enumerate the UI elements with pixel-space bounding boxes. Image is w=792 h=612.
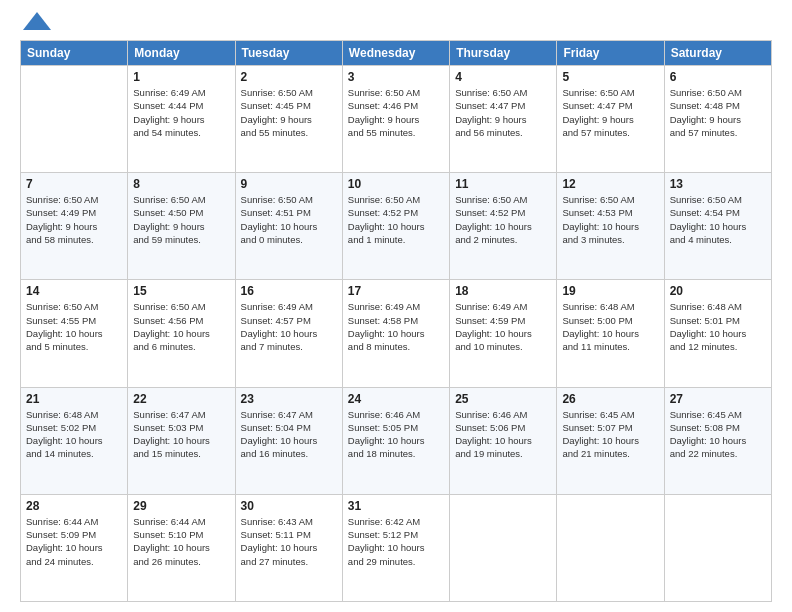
calendar-cell: 9Sunrise: 6:50 AM Sunset: 4:51 PM Daylig… <box>235 173 342 280</box>
cell-info-text: Sunrise: 6:50 AM Sunset: 4:56 PM Dayligh… <box>133 300 229 353</box>
cell-day-number: 4 <box>455 70 551 84</box>
calendar-cell: 30Sunrise: 6:43 AM Sunset: 5:11 PM Dayli… <box>235 494 342 601</box>
cell-day-number: 27 <box>670 392 766 406</box>
cell-day-number: 19 <box>562 284 658 298</box>
calendar-cell: 29Sunrise: 6:44 AM Sunset: 5:10 PM Dayli… <box>128 494 235 601</box>
cell-day-number: 3 <box>348 70 444 84</box>
calendar-cell: 16Sunrise: 6:49 AM Sunset: 4:57 PM Dayli… <box>235 280 342 387</box>
header <box>20 16 772 30</box>
logo-icon <box>23 12 51 30</box>
cell-info-text: Sunrise: 6:44 AM Sunset: 5:09 PM Dayligh… <box>26 515 122 568</box>
calendar-week-row: 7Sunrise: 6:50 AM Sunset: 4:49 PM Daylig… <box>21 173 772 280</box>
cell-info-text: Sunrise: 6:50 AM Sunset: 4:48 PM Dayligh… <box>670 86 766 139</box>
calendar-cell: 10Sunrise: 6:50 AM Sunset: 4:52 PM Dayli… <box>342 173 449 280</box>
cell-info-text: Sunrise: 6:50 AM Sunset: 4:47 PM Dayligh… <box>562 86 658 139</box>
cell-day-number: 2 <box>241 70 337 84</box>
calendar-cell: 3Sunrise: 6:50 AM Sunset: 4:46 PM Daylig… <box>342 66 449 173</box>
calendar-cell: 22Sunrise: 6:47 AM Sunset: 5:03 PM Dayli… <box>128 387 235 494</box>
cell-day-number: 28 <box>26 499 122 513</box>
cell-info-text: Sunrise: 6:50 AM Sunset: 4:51 PM Dayligh… <box>241 193 337 246</box>
cell-day-number: 20 <box>670 284 766 298</box>
calendar-cell: 1Sunrise: 6:49 AM Sunset: 4:44 PM Daylig… <box>128 66 235 173</box>
cell-info-text: Sunrise: 6:47 AM Sunset: 5:04 PM Dayligh… <box>241 408 337 461</box>
calendar-cell: 2Sunrise: 6:50 AM Sunset: 4:45 PM Daylig… <box>235 66 342 173</box>
cell-info-text: Sunrise: 6:50 AM Sunset: 4:46 PM Dayligh… <box>348 86 444 139</box>
calendar-cell: 19Sunrise: 6:48 AM Sunset: 5:00 PM Dayli… <box>557 280 664 387</box>
cell-day-number: 11 <box>455 177 551 191</box>
calendar-cell: 28Sunrise: 6:44 AM Sunset: 5:09 PM Dayli… <box>21 494 128 601</box>
calendar-table: SundayMondayTuesdayWednesdayThursdayFrid… <box>20 40 772 602</box>
calendar-cell: 27Sunrise: 6:45 AM Sunset: 5:08 PM Dayli… <box>664 387 771 494</box>
weekday-header-wednesday: Wednesday <box>342 41 449 66</box>
cell-info-text: Sunrise: 6:49 AM Sunset: 4:57 PM Dayligh… <box>241 300 337 353</box>
cell-info-text: Sunrise: 6:43 AM Sunset: 5:11 PM Dayligh… <box>241 515 337 568</box>
calendar-cell: 4Sunrise: 6:50 AM Sunset: 4:47 PM Daylig… <box>450 66 557 173</box>
calendar-week-row: 21Sunrise: 6:48 AM Sunset: 5:02 PM Dayli… <box>21 387 772 494</box>
calendar-cell: 14Sunrise: 6:50 AM Sunset: 4:55 PM Dayli… <box>21 280 128 387</box>
calendar-cell: 18Sunrise: 6:49 AM Sunset: 4:59 PM Dayli… <box>450 280 557 387</box>
weekday-header-tuesday: Tuesday <box>235 41 342 66</box>
calendar-cell: 25Sunrise: 6:46 AM Sunset: 5:06 PM Dayli… <box>450 387 557 494</box>
cell-day-number: 13 <box>670 177 766 191</box>
calendar-cell: 11Sunrise: 6:50 AM Sunset: 4:52 PM Dayli… <box>450 173 557 280</box>
cell-day-number: 21 <box>26 392 122 406</box>
cell-info-text: Sunrise: 6:45 AM Sunset: 5:07 PM Dayligh… <box>562 408 658 461</box>
cell-day-number: 18 <box>455 284 551 298</box>
cell-day-number: 14 <box>26 284 122 298</box>
calendar-cell: 12Sunrise: 6:50 AM Sunset: 4:53 PM Dayli… <box>557 173 664 280</box>
weekday-header-friday: Friday <box>557 41 664 66</box>
cell-info-text: Sunrise: 6:46 AM Sunset: 5:05 PM Dayligh… <box>348 408 444 461</box>
cell-day-number: 25 <box>455 392 551 406</box>
cell-day-number: 12 <box>562 177 658 191</box>
calendar-cell <box>450 494 557 601</box>
cell-info-text: Sunrise: 6:48 AM Sunset: 5:02 PM Dayligh… <box>26 408 122 461</box>
calendar-cell: 7Sunrise: 6:50 AM Sunset: 4:49 PM Daylig… <box>21 173 128 280</box>
cell-info-text: Sunrise: 6:48 AM Sunset: 5:01 PM Dayligh… <box>670 300 766 353</box>
svg-marker-0 <box>23 12 51 30</box>
calendar-cell: 24Sunrise: 6:46 AM Sunset: 5:05 PM Dayli… <box>342 387 449 494</box>
cell-info-text: Sunrise: 6:49 AM Sunset: 4:44 PM Dayligh… <box>133 86 229 139</box>
calendar-week-row: 28Sunrise: 6:44 AM Sunset: 5:09 PM Dayli… <box>21 494 772 601</box>
cell-info-text: Sunrise: 6:50 AM Sunset: 4:55 PM Dayligh… <box>26 300 122 353</box>
cell-info-text: Sunrise: 6:49 AM Sunset: 4:59 PM Dayligh… <box>455 300 551 353</box>
cell-info-text: Sunrise: 6:50 AM Sunset: 4:52 PM Dayligh… <box>455 193 551 246</box>
cell-day-number: 6 <box>670 70 766 84</box>
cell-day-number: 17 <box>348 284 444 298</box>
cell-info-text: Sunrise: 6:47 AM Sunset: 5:03 PM Dayligh… <box>133 408 229 461</box>
calendar-cell: 17Sunrise: 6:49 AM Sunset: 4:58 PM Dayli… <box>342 280 449 387</box>
cell-day-number: 15 <box>133 284 229 298</box>
calendar-cell: 8Sunrise: 6:50 AM Sunset: 4:50 PM Daylig… <box>128 173 235 280</box>
cell-info-text: Sunrise: 6:50 AM Sunset: 4:50 PM Dayligh… <box>133 193 229 246</box>
cell-info-text: Sunrise: 6:50 AM Sunset: 4:49 PM Dayligh… <box>26 193 122 246</box>
cell-info-text: Sunrise: 6:50 AM Sunset: 4:54 PM Dayligh… <box>670 193 766 246</box>
cell-info-text: Sunrise: 6:46 AM Sunset: 5:06 PM Dayligh… <box>455 408 551 461</box>
cell-day-number: 29 <box>133 499 229 513</box>
weekday-header-saturday: Saturday <box>664 41 771 66</box>
calendar-cell: 13Sunrise: 6:50 AM Sunset: 4:54 PM Dayli… <box>664 173 771 280</box>
cell-day-number: 16 <box>241 284 337 298</box>
calendar-week-row: 14Sunrise: 6:50 AM Sunset: 4:55 PM Dayli… <box>21 280 772 387</box>
cell-info-text: Sunrise: 6:50 AM Sunset: 4:45 PM Dayligh… <box>241 86 337 139</box>
cell-day-number: 8 <box>133 177 229 191</box>
weekday-header-sunday: Sunday <box>21 41 128 66</box>
calendar-cell: 21Sunrise: 6:48 AM Sunset: 5:02 PM Dayli… <box>21 387 128 494</box>
cell-info-text: Sunrise: 6:50 AM Sunset: 4:52 PM Dayligh… <box>348 193 444 246</box>
page: SundayMondayTuesdayWednesdayThursdayFrid… <box>0 0 792 612</box>
calendar-cell <box>21 66 128 173</box>
calendar-cell: 20Sunrise: 6:48 AM Sunset: 5:01 PM Dayli… <box>664 280 771 387</box>
cell-day-number: 1 <box>133 70 229 84</box>
calendar-week-row: 1Sunrise: 6:49 AM Sunset: 4:44 PM Daylig… <box>21 66 772 173</box>
calendar-cell: 31Sunrise: 6:42 AM Sunset: 5:12 PM Dayli… <box>342 494 449 601</box>
calendar-cell: 5Sunrise: 6:50 AM Sunset: 4:47 PM Daylig… <box>557 66 664 173</box>
cell-info-text: Sunrise: 6:50 AM Sunset: 4:53 PM Dayligh… <box>562 193 658 246</box>
cell-day-number: 26 <box>562 392 658 406</box>
calendar-cell: 15Sunrise: 6:50 AM Sunset: 4:56 PM Dayli… <box>128 280 235 387</box>
cell-day-number: 24 <box>348 392 444 406</box>
cell-day-number: 23 <box>241 392 337 406</box>
logo <box>20 16 51 30</box>
calendar-cell <box>664 494 771 601</box>
cell-day-number: 7 <box>26 177 122 191</box>
cell-day-number: 31 <box>348 499 444 513</box>
calendar-cell: 23Sunrise: 6:47 AM Sunset: 5:04 PM Dayli… <box>235 387 342 494</box>
calendar-cell: 6Sunrise: 6:50 AM Sunset: 4:48 PM Daylig… <box>664 66 771 173</box>
